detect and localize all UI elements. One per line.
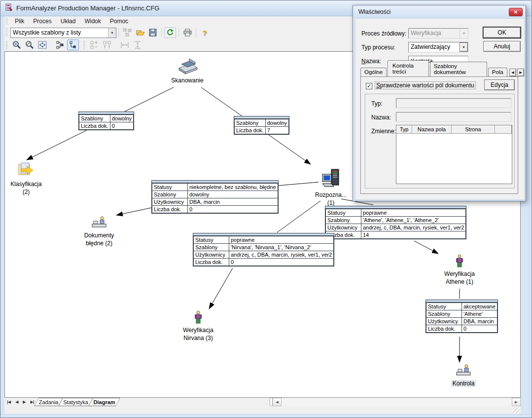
help-icon[interactable]: ? — [199, 27, 211, 38]
tab-panel-kontrola-tresci: ✓ Sprawdzenie wartości pól dokumentu Edy… — [360, 76, 518, 194]
source-process-label: Proces źródłowy: — [361, 30, 406, 37]
window-bottom-border — [0, 414, 532, 418]
horizontal-scrollbar[interactable]: ◀ ▶ — [269, 398, 521, 406]
process-type-combobox[interactable]: Zatwierdzający ▼ — [408, 42, 468, 52]
dialog-title-bar[interactable]: Właściwości ✕ — [353, 5, 526, 18]
typ-field — [396, 98, 511, 108]
close-icon[interactable]: ✕ — [509, 8, 523, 16]
node-label: Weryfikacja — [435, 270, 484, 278]
menu-plik[interactable]: Plik — [10, 17, 29, 26]
node-klasyfikacja[interactable]: Klasyfikacja (2) — [6, 161, 46, 196]
zoom-out-icon[interactable] — [11, 39, 23, 50]
node-count: (2) — [6, 188, 46, 196]
computer-icon — [321, 168, 341, 191]
process-tree-icon[interactable] — [121, 27, 133, 38]
tab-pola[interactable]: Pola — [488, 68, 507, 76]
refresh-icon[interactable] — [164, 27, 176, 38]
zoom-tool-icon[interactable] — [24, 39, 35, 50]
tab-szablony-dokumentow[interactable]: Szablony dokumentów — [430, 62, 487, 76]
tab-kontrola-tresci[interactable]: Kontrola treści — [388, 60, 429, 76]
node-label: Skanowanie — [163, 76, 212, 84]
node-label: Klasyfikacja — [6, 180, 46, 188]
scrollbar-track[interactable] — [282, 398, 512, 406]
process-type-label: Typ procesu: — [361, 44, 395, 51]
column-strona[interactable]: Strona — [452, 125, 495, 134]
fit-view-icon[interactable] — [36, 39, 48, 50]
classification-icon — [18, 161, 35, 180]
nazwa-field — [396, 112, 511, 122]
menu-uklad[interactable]: Układ — [56, 17, 80, 26]
node-weryfikacja-nirvana[interactable]: Weryfikacja Nirvana (3) — [174, 310, 223, 342]
print-icon[interactable] — [181, 27, 193, 38]
menu-pomoc[interactable]: Pomoc — [106, 17, 133, 26]
distribute-vertical-icon[interactable] — [132, 39, 143, 50]
node-kontrola[interactable]: Kontrola — [439, 364, 488, 387]
nazwa-label: Nazwa: — [371, 114, 391, 121]
edge-table-rozp-athene[interactable]: Statusypoprawne Szablony'Athene', 'Athen… — [325, 206, 466, 239]
edge-table-skan-rozpoznawanie[interactable]: Szablonydowolny Liczba dok.7 — [234, 116, 289, 135]
tab-ogolne[interactable]: Ogólne — [360, 68, 387, 76]
dialog-body: Proces źródłowy: Weryfikacja ▼ Typ proce… — [355, 18, 525, 200]
last-sheet-button[interactable]: ▶ — [30, 400, 34, 404]
sheet-tab-zadania[interactable]: Zadania — [35, 398, 63, 406]
tab-scroll-left-icon[interactable]: ◀ — [509, 69, 516, 76]
first-sheet-button[interactable]: ◀ — [7, 400, 11, 404]
layout-horizontal-icon[interactable] — [54, 39, 66, 50]
expand-nodes-icon[interactable] — [88, 39, 100, 50]
next-sheet-button[interactable]: ▶ — [23, 400, 26, 404]
node-label: Kontrola — [451, 380, 476, 387]
column-empty — [495, 125, 512, 134]
status-strip — [4, 406, 521, 414]
bottom-tab-bar: ◀ ◀ ▶ ▶ Zadania Statystyka Diagram ◀ ▶ — [4, 398, 521, 406]
node-weryfikacja-athene[interactable]: Weryfikacja Athene (1) — [435, 254, 484, 286]
edge-table-rozp-dokumenty[interactable]: Statusyniekompletne, bez szablonu, błędn… — [151, 180, 279, 214]
open-icon[interactable] — [134, 27, 146, 38]
chevron-down-icon[interactable]: ▼ — [460, 42, 468, 52]
column-typ[interactable]: Typ — [396, 125, 412, 134]
cancel-button[interactable]: Anuluj — [483, 41, 521, 52]
window-right-border — [529, 16, 530, 414]
save-icon[interactable] — [147, 27, 159, 38]
scroll-left-icon[interactable]: ◀ — [273, 398, 282, 406]
column-nazwa-pola[interactable]: Nazwa pola — [412, 125, 452, 134]
edge-table-skan-klasyfikacja[interactable]: Szablonydowolny Liczba dok.0 — [78, 112, 134, 130]
resize-grip[interactable] — [513, 407, 520, 414]
variables-table-header: Typ Nazwa pola Strona — [396, 125, 512, 134]
check-fields-label[interactable]: Sprawdzenie wartości pól dokumentu — [375, 82, 475, 89]
node-dokumenty-bledne[interactable]: Dokumenty błędne (2) — [71, 216, 127, 247]
edge-table-rozp-nirvana[interactable]: Statusypoprawne Szablony'Nirvana', 'Nirv… — [193, 233, 334, 266]
menu-widok[interactable]: Widok — [80, 17, 105, 26]
node-label: Weryfikacja — [174, 326, 223, 334]
dialog-tabs: Ogólne Kontrola treści Szablony dokument… — [360, 67, 524, 76]
layout-vertical-icon[interactable] — [67, 39, 79, 50]
toolbar-grip[interactable] — [6, 28, 7, 37]
scanner-icon — [176, 57, 199, 76]
node-label: Dokumenty — [71, 231, 127, 239]
prev-sheet-button[interactable]: ◀ — [15, 400, 18, 404]
sheet-tab-diagram[interactable]: Diagram — [89, 398, 120, 406]
template-filter-combobox[interactable]: Wszystkie szablony z listy ▼ — [10, 28, 116, 38]
source-process-combobox: Weryfikacja ▼ — [408, 28, 468, 38]
menu-proces[interactable]: Proces — [29, 17, 56, 26]
person-icon — [194, 310, 203, 326]
chevron-down-icon[interactable]: ▼ — [108, 28, 116, 38]
sheet-tab-statystyka[interactable]: Statystyka — [59, 398, 93, 406]
scroll-right-icon[interactable]: ▶ — [512, 398, 521, 406]
toolbar-grip[interactable] — [6, 18, 7, 25]
edge-table-athene-kontrola[interactable]: Statusyakceptowane Szablony'Athene' Użyt… — [426, 300, 498, 333]
person-icon — [455, 254, 464, 270]
align-nodes-icon[interactable] — [101, 39, 113, 50]
toolbar-grip[interactable] — [83, 41, 85, 49]
distribute-horizontal-icon[interactable] — [119, 39, 131, 50]
toolbar-grip[interactable] — [6, 41, 7, 49]
node-rozpoznawanie[interactable]: Rozpozna... (1) — [307, 168, 355, 207]
variables-table[interactable]: Typ Nazwa pola Strona — [396, 125, 512, 184]
ok-button[interactable]: OK — [483, 27, 521, 38]
template-filter-value: Wszystkie szablony z listy — [11, 28, 108, 38]
window-title: FormAnalyzer Production Manager - LfInsr… — [16, 4, 159, 12]
properties-dialog: Właściwości ✕ Proces źródłowy: Weryfikac… — [353, 5, 526, 201]
tab-scroll-right-icon[interactable]: ▶ — [517, 69, 524, 76]
edit-button[interactable]: Edycja — [484, 79, 515, 90]
node-skanowanie[interactable]: Skanowanie — [163, 57, 212, 84]
check-fields-checkbox[interactable]: ✓ — [366, 83, 372, 89]
